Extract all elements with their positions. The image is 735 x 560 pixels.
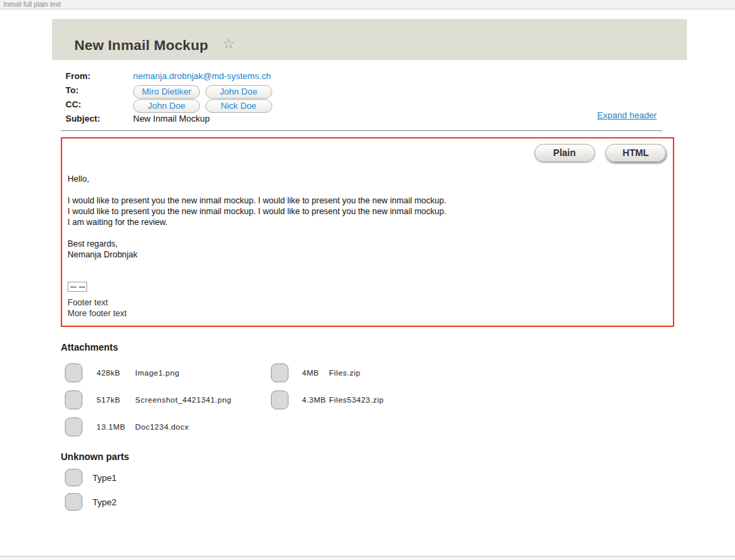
format-toggle: Plain HTML: [527, 144, 666, 162]
attachment-name: Files53423.zip: [329, 396, 384, 404]
page: Inmail full plain text New Inmail Mockup…: [0, 0, 735, 560]
dash-glyph: [79, 286, 85, 288]
from-row: From: nemanja.drobnjak@md-systems.ch: [66, 69, 687, 83]
window-title-bar: Inmail full plain text: [0, 0, 735, 9]
unknown-part-item[interactable]: Type2: [65, 493, 200, 511]
attachment-size: 13.1MB: [97, 423, 126, 431]
bottom-chrome-strip: [0, 556, 735, 560]
plain-format-button[interactable]: Plain: [534, 144, 595, 162]
attachment-item[interactable]: 517kB Screenshot_4421341.png: [65, 390, 268, 410]
unknown-parts-heading: Unknown parts: [61, 451, 129, 462]
attachment-item[interactable]: 428kB Image1.png: [65, 363, 268, 383]
attachment-item[interactable]: 4.3MB Files53423.zip: [271, 390, 474, 410]
attachment-name: Doc1234.docx: [135, 423, 189, 431]
signature-separator-icon: [68, 282, 87, 292]
recipient-pill[interactable]: John Doe: [205, 85, 272, 99]
from-value: nemanja.drobnjak@md-systems.ch: [133, 71, 271, 81]
attachment-file-icon[interactable]: [65, 390, 82, 409]
mail-paragraph: I would like to present you the new inma…: [68, 195, 447, 228]
unknown-part-label: Type1: [93, 473, 116, 483]
subject-value: New Inmail Mockup: [133, 113, 209, 124]
window-title: Inmail full plain text: [3, 1, 61, 8]
subject-row: Subject: New Inmail Mockup: [66, 111, 687, 126]
attachment-file-icon[interactable]: [271, 390, 288, 409]
to-recipients: Miro Dietiker John Doe: [133, 85, 275, 99]
attachments-heading: Attachments: [61, 342, 118, 353]
recipient-pill[interactable]: Miro Dietiker: [133, 85, 200, 99]
mail-footer-text: Footer text More footer text: [68, 297, 127, 319]
unknown-part-label: Type2: [93, 497, 116, 507]
page-title: New Inmail Mockup: [74, 37, 208, 53]
mail-header-band: New Inmail Mockup ☆: [52, 19, 687, 60]
header-divider: [61, 130, 662, 131]
attachment-file-icon[interactable]: [65, 417, 82, 436]
cc-label: CC:: [66, 99, 81, 109]
attachment-file-icon[interactable]: [271, 363, 288, 382]
unknown-part-icon[interactable]: [65, 493, 82, 511]
subject-label: Subject:: [66, 113, 100, 124]
attachment-item[interactable]: 4MB Files.zip: [271, 363, 474, 383]
attachment-item[interactable]: 13.1MB Doc1234.docx: [65, 417, 268, 437]
attachment-file-icon[interactable]: [65, 363, 82, 382]
attachment-name: Image1.png: [135, 369, 180, 377]
mail-body-box: Plain HTML Hello, I would like to presen…: [61, 137, 674, 327]
from-email-link[interactable]: nemanja.drobnjak@md-systems.ch: [133, 71, 271, 81]
to-label: To:: [66, 85, 78, 95]
recipient-pill[interactable]: Nick Doe: [205, 99, 272, 113]
cc-row: CC: John Doe Nick Doe: [66, 97, 687, 111]
star-icon[interactable]: ☆: [222, 36, 235, 52]
mail-header-fields: From: nemanja.drobnjak@md-systems.ch To:…: [66, 69, 687, 126]
expand-header-link[interactable]: Expand header: [597, 110, 657, 120]
html-format-button[interactable]: HTML: [605, 144, 666, 162]
recipient-pill[interactable]: John Doe: [133, 99, 200, 113]
unknown-part-icon[interactable]: [65, 469, 82, 486]
mail-greeting: Hello,: [68, 174, 89, 184]
attachment-size: 428kB: [97, 369, 120, 377]
attachment-size: 517kB: [97, 396, 120, 404]
attachment-name: Screenshot_4421341.png: [135, 396, 232, 404]
unknown-part-item[interactable]: Type1: [65, 469, 200, 486]
attachment-size: 4.3MB: [302, 396, 326, 404]
from-label: From:: [66, 71, 91, 81]
attachment-size: 4MB: [302, 369, 319, 377]
to-row: To: Miro Dietiker John Doe: [66, 83, 687, 97]
attachment-name: Files.zip: [329, 369, 361, 377]
cc-recipients: John Doe Nick Doe: [133, 99, 275, 113]
mail-closing: Best regards, Nemanja Drobnjak: [68, 238, 138, 260]
dash-glyph: [70, 286, 76, 288]
